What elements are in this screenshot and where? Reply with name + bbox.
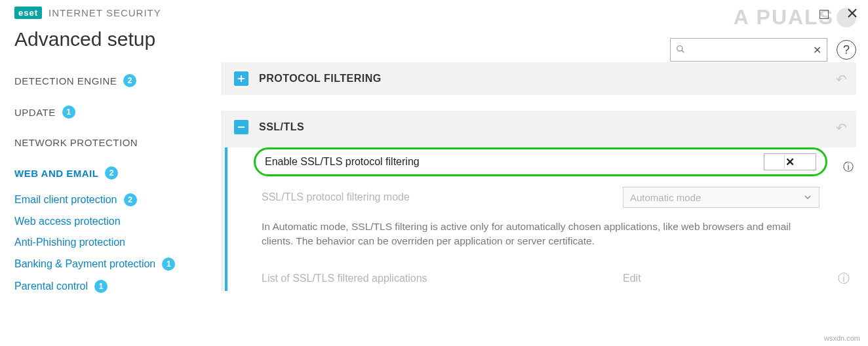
ssl-filtered-apps-row: List of SSL/TLS filtered applications Ed… bbox=[227, 266, 856, 291]
sidebar-item-update[interactable]: UPDATE 1 bbox=[14, 96, 207, 128]
sidebar-item-label: UPDATE bbox=[14, 107, 56, 118]
sidebar-item-label: WEB AND EMAIL bbox=[14, 168, 98, 179]
sidebar-badge: 1 bbox=[62, 106, 75, 119]
product-name: INTERNET SECURITY bbox=[49, 7, 161, 18]
sidebar-sub-label: Banking & Payment protection bbox=[14, 258, 155, 270]
sidebar-sub-anti-phishing[interactable]: Anti-Phishing protection bbox=[14, 232, 207, 253]
sidebar-item-label: NETWORK PROTECTION bbox=[14, 137, 138, 148]
window-controls bbox=[819, 8, 858, 21]
ssl-mode-row: SSL/TLS protocol filtering mode Automati… bbox=[227, 180, 856, 214]
enable-ssl-label: Enable SSL/TLS protocol filtering bbox=[265, 156, 420, 168]
sidebar-sub-parental-control[interactable]: Parental control 1 bbox=[14, 275, 207, 298]
section-body-ssl: Enable SSL/TLS protocol filtering ✕ ⓘ SS… bbox=[225, 147, 856, 291]
sidebar-sub-label: Web access protection bbox=[14, 216, 121, 227]
section-title: SSL/TLS bbox=[259, 121, 304, 133]
sidebar-badge: 2 bbox=[123, 74, 136, 87]
info-icon[interactable]: ⓘ bbox=[843, 161, 854, 174]
sidebar-sub-web-access-protection[interactable]: Web access protection bbox=[14, 211, 207, 232]
sidebar-sub-label: Anti-Phishing protection bbox=[14, 237, 125, 248]
toggle-knob bbox=[765, 155, 785, 169]
sidebar-sub-email-client-protection[interactable]: Email client protection 2 bbox=[14, 189, 207, 211]
search-clear-icon[interactable]: ✕ bbox=[813, 44, 821, 56]
sidebar-subitems: Email client protection 2 Web access pro… bbox=[14, 189, 207, 298]
svg-line-3 bbox=[682, 50, 684, 52]
sidebar-item-detection-engine[interactable]: DETECTION ENGINE 2 bbox=[14, 65, 207, 96]
search-icon bbox=[676, 45, 685, 56]
edit-link[interactable]: Edit bbox=[623, 273, 819, 284]
main-panel: PROTOCOL FILTERING ↶ SSL/TLS ↶ Enable SS… bbox=[222, 62, 868, 307]
help-button[interactable]: ? bbox=[837, 40, 856, 60]
chevron-down-icon bbox=[803, 193, 812, 202]
info-icon[interactable]: ⓘ bbox=[838, 271, 850, 286]
sidebar-sub-label: Email client protection bbox=[14, 194, 117, 206]
section-ssl-tls: SSL/TLS ↶ Enable SSL/TLS protocol filter… bbox=[222, 111, 856, 291]
enable-ssl-toggle[interactable]: ✕ bbox=[764, 153, 816, 170]
ssl-mode-select[interactable]: Automatic mode bbox=[623, 187, 819, 208]
sidebar: DETECTION ENGINE 2 UPDATE 1 NETWORK PROT… bbox=[0, 62, 222, 298]
sidebar-badge: 1 bbox=[162, 258, 175, 271]
source-note: wsxdn.com bbox=[824, 334, 860, 342]
sidebar-sub-banking-payment[interactable]: Banking & Payment protection 1 bbox=[14, 253, 207, 275]
expand-icon[interactable] bbox=[234, 71, 248, 86]
brand-logo: eset bbox=[14, 7, 42, 19]
section-header-protocol[interactable]: PROTOCOL FILTERING bbox=[222, 62, 856, 95]
toolbar-right: ✕ ? bbox=[670, 38, 856, 62]
section-header-ssl[interactable]: SSL/TLS bbox=[222, 111, 856, 144]
section-protocol-filtering: PROTOCOL FILTERING ↶ bbox=[222, 62, 856, 95]
ssl-mode-description: In Automatic mode, SSL/TLS filtering is … bbox=[227, 214, 856, 266]
maximize-icon[interactable] bbox=[819, 10, 829, 19]
toggle-state-icon: ✕ bbox=[785, 155, 795, 169]
app-header: eset INTERNET SECURITY bbox=[0, 0, 868, 19]
search-input[interactable] bbox=[689, 45, 813, 55]
ssl-mode-label: SSL/TLS protocol filtering mode bbox=[262, 191, 410, 203]
sidebar-item-network-protection[interactable]: NETWORK PROTECTION bbox=[14, 128, 207, 157]
sidebar-item-web-and-email[interactable]: WEB AND EMAIL 2 bbox=[14, 157, 207, 189]
ssl-filtered-apps-label: List of SSL/TLS filtered applications bbox=[262, 273, 427, 284]
sidebar-badge: 2 bbox=[124, 193, 137, 206]
ssl-mode-value: Automatic mode bbox=[630, 192, 701, 203]
sidebar-sub-label: Parental control bbox=[14, 280, 88, 292]
revert-icon[interactable]: ↶ bbox=[836, 120, 847, 136]
collapse-icon[interactable] bbox=[234, 120, 248, 134]
sidebar-badge: 1 bbox=[94, 280, 108, 293]
enable-ssl-row: Enable SSL/TLS protocol filtering ✕ bbox=[254, 147, 827, 176]
svg-point-2 bbox=[677, 45, 682, 50]
close-icon[interactable] bbox=[847, 8, 858, 21]
search-box[interactable]: ✕ bbox=[670, 38, 827, 62]
sidebar-item-label: DETECTION ENGINE bbox=[14, 75, 117, 86]
revert-icon[interactable]: ↶ bbox=[836, 71, 847, 87]
section-title: PROTOCOL FILTERING bbox=[259, 73, 382, 85]
sidebar-badge: 2 bbox=[105, 166, 118, 180]
